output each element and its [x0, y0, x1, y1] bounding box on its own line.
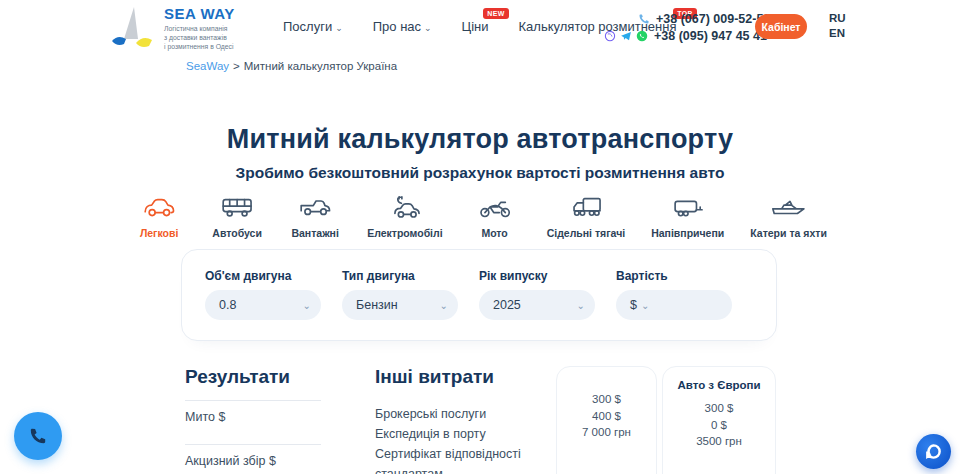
field-year: Рік випуску 2025 ⌄ [479, 269, 595, 340]
field-engine-volume: Об'єм двигуна 0.8 ⌄ [205, 269, 321, 340]
logo-title: SEA WAY [164, 5, 235, 22]
breadcrumb-separator: > [233, 60, 240, 72]
prices-card: 300 $ 400 $ 7 000 грн [556, 366, 657, 474]
other-cost-item: Експедиція в порту [375, 424, 560, 444]
price-value: 300 $ [663, 400, 775, 417]
semi-truck-icon [567, 194, 605, 220]
page-subtitle: Зробимо безкоштовний розрахунок вартості… [0, 164, 960, 182]
europe-card: Авто з Європи 300 $ 0 $ 3500 грн [662, 366, 776, 474]
breadcrumb-home-link[interactable]: SeaWay [186, 60, 229, 72]
nav-services[interactable]: Послуги⌄ [283, 19, 343, 34]
field-engine-type: Тип двигуна Бензин ⌄ [342, 269, 458, 340]
europe-card-title: Авто з Європи [663, 379, 775, 391]
cabinet-button[interactable]: Кабінет [755, 14, 807, 39]
tab-semi-trailers[interactable]: Напівпричепи [651, 194, 724, 239]
nav-about[interactable]: Про нас⌄ [373, 19, 432, 34]
chevron-down-icon: ⌄ [335, 23, 343, 33]
car-icon [140, 194, 178, 220]
telegram-icon[interactable] [620, 30, 632, 42]
price-value: 7 000 грн [557, 424, 656, 441]
results-list: Мито $ Акцизний збір $ [185, 400, 321, 474]
new-badge: NEW [483, 8, 508, 19]
chevron-down-icon: ⌄ [577, 300, 585, 311]
breadcrumb: SeaWay>Митний калькулятор Україна [186, 60, 397, 72]
lang-ru[interactable]: RU [829, 11, 846, 26]
field-cost: Вартість $ ⌄ [616, 269, 732, 340]
tab-trucks[interactable]: Вантажні [289, 194, 341, 239]
other-costs-title: Інші витрати [375, 366, 560, 388]
result-row-excise: Акцизний збір $ [185, 445, 321, 474]
messenger-icons [604, 30, 648, 42]
pickup-truck-icon [296, 194, 334, 220]
phone-icon [28, 426, 48, 446]
phone-row-1: +38 (067) 009-52-52 [604, 10, 770, 27]
viber-icon[interactable] [604, 30, 616, 42]
logo-text: SEA WAY Логістична компанія з доставки в… [164, 5, 235, 52]
price-value: 3500 грн [663, 433, 775, 450]
price-value: 0 $ [663, 417, 775, 434]
page: SEA WAY Логістична компанія з доставки в… [0, 0, 960, 474]
tab-buses[interactable]: Автобуси [211, 194, 263, 239]
yacht-icon [770, 194, 808, 220]
result-row-duty: Мито $ [185, 401, 321, 445]
tab-electric-cars[interactable]: Електромобілі [367, 194, 443, 239]
phone-number-primary[interactable]: +38 (067) 009-52-52 [656, 12, 770, 26]
engine-volume-select[interactable]: 0.8 ⌄ [205, 290, 321, 320]
chevron-down-icon: ⌄ [641, 300, 649, 311]
header-contacts: +38 (067) 009-52-52 +38 (095) [604, 10, 770, 44]
phone-number-secondary[interactable]: +38 (095) 947 45 41 [654, 29, 767, 43]
other-costs-section: Інші витрати Брокерські послуги Експедиц… [375, 366, 560, 474]
logo[interactable]: SEA WAY Логістична компанія з доставки в… [108, 5, 235, 52]
tab-boats-yachts[interactable]: Катери та яхти [750, 194, 827, 239]
bus-icon [218, 194, 256, 220]
electric-car-icon [386, 194, 424, 220]
logo-tagline: Логістична компанія з доставки вантажів … [164, 24, 235, 52]
tab-motorcycles[interactable]: Мото [469, 194, 521, 239]
call-fab-button[interactable] [14, 412, 62, 460]
tab-semi-tractors[interactable]: Сідельні тягачі [547, 194, 626, 239]
calculator-form-card: Об'єм двигуна 0.8 ⌄ Тип двигуна Бензин ⌄… [181, 249, 777, 341]
trailer-icon [669, 194, 707, 220]
chevron-down-icon: ⌄ [303, 300, 311, 311]
other-cost-item: Сертифікат відповідності стандартам [375, 444, 560, 474]
chevron-down-icon: ⌄ [424, 23, 432, 33]
results-title: Результати [185, 366, 321, 388]
phone-row-2: +38 (095) 947 45 41 [604, 27, 770, 44]
tab-cars[interactable]: Легкові [133, 194, 185, 239]
breadcrumb-current: Митний калькулятор Україна [244, 60, 397, 72]
page-title: Митний калькулятор автотранспорту [0, 124, 960, 155]
other-cost-item: Брокерські послуги [375, 404, 560, 424]
whatsapp-icon[interactable] [636, 30, 648, 42]
price-value: 300 $ [557, 391, 656, 408]
vehicle-type-tabs: Легкові Автобуси Вантажні Еле [133, 194, 827, 239]
chat-bubble-icon [925, 443, 942, 460]
nav-prices[interactable]: Ціни NEW [462, 19, 489, 34]
engine-type-select[interactable]: Бензин ⌄ [342, 290, 458, 320]
seaway-logo-icon [108, 5, 156, 51]
chevron-down-icon: ⌄ [440, 300, 448, 311]
motorcycle-icon [476, 194, 514, 220]
year-select[interactable]: 2025 ⌄ [479, 290, 595, 320]
chat-widget-button[interactable] [916, 434, 951, 469]
phone-icon [638, 13, 650, 25]
hero: Митний калькулятор автотранспорту Зробим… [0, 124, 960, 182]
language-switcher: RU EN [829, 11, 846, 41]
price-value: 400 $ [557, 408, 656, 425]
cost-input[interactable]: $ ⌄ [616, 290, 732, 320]
lang-en[interactable]: EN [829, 26, 846, 41]
results-section: Результати Мито $ Акцизний збір $ [185, 366, 321, 474]
other-costs-list: Брокерські послуги Експедиція в порту Се… [375, 404, 560, 474]
